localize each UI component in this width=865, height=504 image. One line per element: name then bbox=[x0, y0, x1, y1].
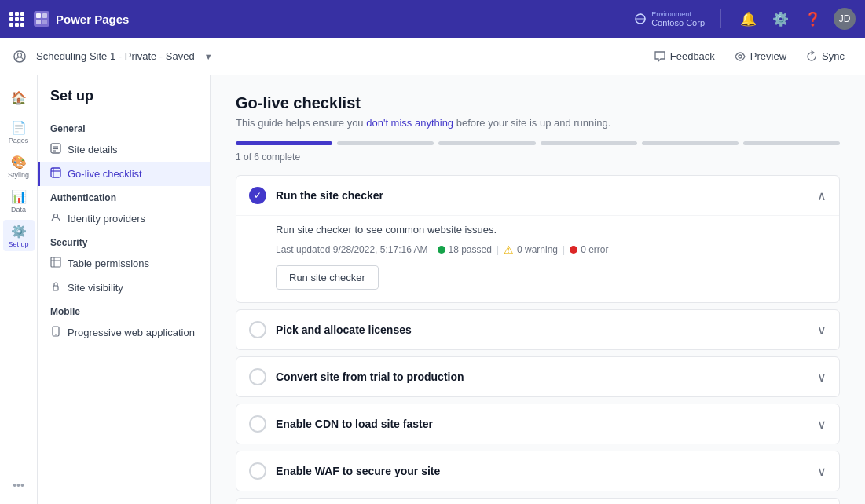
svg-rect-3 bbox=[36, 20, 41, 24]
notifications-button[interactable]: 🔔 bbox=[737, 8, 760, 31]
topbar: Power Pages Environment Contoso Corp 🔔 ⚙… bbox=[0, 0, 865, 38]
nav-setup[interactable]: ⚙️ Set up bbox=[3, 220, 35, 251]
site-selector-chevron: ▼ bbox=[204, 52, 213, 61]
check-circle-site-checker: ✓ bbox=[249, 187, 266, 204]
subtitle-link[interactable]: don't miss anything bbox=[366, 117, 453, 129]
checklist-card-convert-header[interactable]: Convert site from trial to production ∨ bbox=[236, 357, 839, 396]
nav-more[interactable]: ••• bbox=[6, 473, 31, 498]
nav-home[interactable]: 🏠 bbox=[3, 82, 35, 113]
preview-button[interactable]: Preview bbox=[726, 46, 794, 68]
environment-icon bbox=[634, 13, 647, 25]
progress-seg-5 bbox=[642, 141, 739, 145]
checklist-card-domain: Connect custom domain ∨ bbox=[236, 498, 840, 504]
pages-icon: 📄 bbox=[11, 120, 27, 135]
svg-point-23 bbox=[55, 334, 57, 335]
sidebar-item-go-live-checklist[interactable]: Go-live checklist bbox=[38, 162, 210, 186]
convert-chevron: ∨ bbox=[817, 370, 827, 385]
error-badge: 0 error bbox=[570, 244, 608, 255]
help-button[interactable]: ❓ bbox=[801, 8, 824, 31]
table-permissions-icon bbox=[50, 257, 61, 270]
secondbar: Scheduling Site 1 - Private - Saved ▼ Fe… bbox=[0, 38, 865, 75]
waf-chevron: ∨ bbox=[817, 464, 827, 479]
feedback-button[interactable]: Feedback bbox=[646, 46, 723, 68]
svg-rect-2 bbox=[42, 13, 47, 18]
sidebar-item-pwa[interactable]: Progressive web application bbox=[38, 320, 210, 345]
pwa-icon bbox=[50, 326, 61, 339]
checklist-card-licenses: Pick and allocate licenses ∨ bbox=[236, 309, 840, 350]
nav-data[interactable]: 📊 Data bbox=[3, 185, 35, 217]
cdn-title: Enable CDN to load site faster bbox=[276, 418, 808, 430]
user-avatar[interactable]: JD bbox=[834, 8, 856, 30]
environment-info: Environment Contoso Corp bbox=[634, 10, 705, 27]
svg-rect-0 bbox=[34, 11, 49, 27]
sidebar-general-section: General bbox=[38, 117, 210, 137]
cdn-chevron: ∨ bbox=[817, 417, 827, 432]
sidebar-item-table-permissions[interactable]: Table permissions bbox=[38, 251, 210, 276]
svg-rect-18 bbox=[51, 257, 60, 267]
settings-button[interactable]: ⚙️ bbox=[769, 8, 792, 31]
progress-seg-3 bbox=[438, 141, 535, 145]
checklist-card-domain-header[interactable]: Connect custom domain ∨ bbox=[236, 499, 839, 504]
site-icon bbox=[13, 49, 27, 64]
svg-rect-14 bbox=[51, 168, 60, 177]
sidebar-item-site-details[interactable]: Site details bbox=[38, 137, 210, 162]
identity-icon bbox=[50, 212, 61, 225]
progress-bar bbox=[236, 141, 840, 145]
waf-title: Enable WAF to secure your site bbox=[276, 465, 808, 477]
error-dot bbox=[570, 246, 577, 254]
home-icon: 🏠 bbox=[11, 90, 27, 105]
site-checker-body: Run site checker to see common website i… bbox=[236, 215, 839, 302]
sidebar-security-section: Security bbox=[38, 231, 210, 251]
progress-count: 1 of 6 complete bbox=[236, 152, 840, 163]
checklist-card-convert: Convert site from trial to production ∨ bbox=[236, 356, 840, 397]
app-logo: Power Pages bbox=[34, 11, 129, 27]
page-title: Go-live checklist bbox=[236, 94, 840, 112]
run-site-checker-button[interactable]: Run site checker bbox=[276, 265, 379, 290]
styling-icon: 🎨 bbox=[11, 155, 27, 170]
sidebar-item-identity-providers[interactable]: Identity providers bbox=[38, 206, 210, 231]
sidebar-mobile-section: Mobile bbox=[38, 300, 210, 320]
svg-rect-21 bbox=[53, 286, 58, 290]
site-checker-chevron: ∧ bbox=[817, 188, 827, 203]
licenses-title: Pick and allocate licenses bbox=[276, 323, 808, 336]
site-details-icon bbox=[50, 143, 61, 156]
sidebar: Set up General Site details Go-live chec… bbox=[38, 75, 211, 504]
nav-styling[interactable]: 🎨 Styling bbox=[3, 151, 35, 182]
checklist-card-site-checker: ✓ Run the site checker ∧ Run site checke… bbox=[236, 175, 840, 303]
warning-badge: ⚠ 0 warning bbox=[504, 243, 558, 256]
sync-button[interactable]: Sync bbox=[797, 46, 852, 68]
convert-title: Convert site from trial to production bbox=[276, 371, 808, 383]
data-icon: 📊 bbox=[11, 189, 27, 204]
progress-seg-1 bbox=[236, 141, 332, 145]
sidebar-item-site-visibility[interactable]: Site visibility bbox=[38, 276, 210, 300]
setup-icon: ⚙️ bbox=[11, 224, 27, 239]
warning-icon: ⚠ bbox=[504, 243, 514, 256]
power-pages-logo-icon bbox=[34, 11, 49, 27]
passed-dot bbox=[438, 246, 445, 254]
nav-pages[interactable]: 📄 Pages bbox=[3, 116, 35, 148]
waffle-menu[interactable] bbox=[9, 12, 24, 27]
svg-point-8 bbox=[18, 53, 22, 57]
content-subtitle: This guide helps ensure you don't miss a… bbox=[236, 117, 840, 129]
check-circle-licenses bbox=[249, 321, 266, 338]
site-selector[interactable]: Scheduling Site 1 - Private - Saved ▼ bbox=[13, 49, 646, 64]
site-checker-status: Last updated 9/28/2022, 5:17:16 AM 18 pa… bbox=[276, 243, 827, 256]
content-area: Go-live checklist This guide helps ensur… bbox=[211, 75, 865, 504]
site-visibility-icon bbox=[50, 281, 61, 294]
svg-point-9 bbox=[739, 55, 742, 58]
preview-icon bbox=[734, 50, 746, 63]
svg-rect-4 bbox=[42, 20, 47, 24]
checklist-card-cdn: Enable CDN to load site faster ∨ bbox=[236, 404, 840, 444]
check-circle-convert bbox=[249, 368, 266, 385]
sync-icon bbox=[805, 50, 818, 63]
checklist-card-site-checker-header[interactable]: ✓ Run the site checker ∧ bbox=[236, 176, 839, 215]
check-circle-waf bbox=[249, 462, 266, 480]
checklist-card-cdn-header[interactable]: Enable CDN to load site faster ∨ bbox=[236, 404, 839, 444]
site-checker-desc: Run site checker to see common website i… bbox=[276, 224, 827, 236]
progress-seg-4 bbox=[541, 141, 637, 145]
progress-seg-2 bbox=[337, 141, 434, 145]
checklist-card-waf-header[interactable]: Enable WAF to secure your site ∨ bbox=[236, 451, 839, 491]
checklist-card-licenses-header[interactable]: Pick and allocate licenses ∨ bbox=[236, 310, 839, 349]
secondbar-actions: Feedback Preview Sync bbox=[646, 46, 852, 68]
site-checker-title: Run the site checker bbox=[276, 189, 808, 202]
